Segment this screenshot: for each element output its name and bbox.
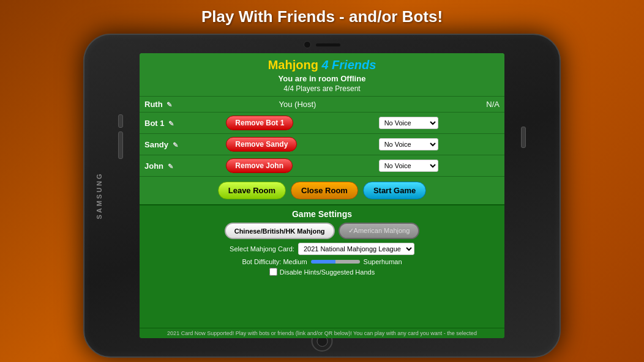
remove-sandy-button[interactable]: Remove Sandy — [226, 137, 297, 152]
action-buttons-row: Leave Room Close Room Start Game — [140, 177, 504, 204]
left-side-buttons — [118, 114, 123, 159]
edit-icon-sandy[interactable]: ✎ — [173, 141, 178, 149]
close-room-button[interactable]: Close Room — [291, 182, 358, 199]
power-button[interactable] — [521, 127, 526, 148]
right-side-buttons — [521, 127, 526, 148]
table-row: Bot 1 ✎ Remove Bot 1 No Voice Male Voice… — [140, 113, 504, 134]
bottom-note-text: 2021 Card Now Supported! Play with bots … — [143, 330, 501, 336]
difficulty-slider[interactable] — [311, 260, 360, 264]
players-table: Ruth ✎ You (Host) N/A Bot 1 ✎ Remove Bot… — [140, 97, 504, 177]
table-row: Ruth ✎ You (Host) N/A — [140, 97, 504, 113]
voice-select-bot1[interactable]: No Voice Male Voice Female Voice — [379, 117, 438, 129]
earpiece-speaker — [316, 43, 340, 46]
difficulty-label: Bot Difficulty: Medium — [242, 258, 307, 265]
edit-icon-john[interactable]: ✎ — [168, 163, 173, 171]
chinese-mahjong-button[interactable]: Chinese/British/HK Mahjong — [225, 223, 335, 239]
front-camera — [304, 41, 311, 48]
settings-title: Game Settings — [146, 209, 498, 219]
volume-down-button[interactable] — [118, 131, 123, 159]
phone-screen: Mahjong 4 Friends You are in room Offlin… — [140, 53, 504, 338]
players-info: 4/4 Players are Present — [143, 84, 501, 93]
player-voice-john: No Voice Male Voice Female Voice — [374, 155, 504, 177]
hints-checkbox[interactable] — [269, 268, 277, 276]
hints-row: Disable Hints/Suggested Hands — [146, 268, 498, 276]
edit-icon-bot1[interactable]: ✎ — [168, 120, 174, 128]
player-voice-bot1: No Voice Male Voice Female Voice — [374, 113, 504, 134]
volume-up-button[interactable] — [118, 114, 123, 128]
app-title-row: Mahjong 4 Friends — [143, 58, 501, 72]
app-title-main: Mahjong — [268, 58, 318, 72]
voice-select-sandy[interactable]: No Voice Male Voice Female Voice — [379, 138, 438, 150]
app-header: Mahjong 4 Friends You are in room Offlin… — [140, 53, 504, 97]
table-row: Sandy ✎ Remove Sandy No Voice Male Voice… — [140, 134, 504, 155]
mahjong-type-buttons: Chinese/British/HK Mahjong ✓American Mah… — [146, 223, 498, 239]
difficulty-row: Bot Difficulty: Medium Superhuman — [146, 258, 498, 265]
edit-icon-ruth[interactable]: ✎ — [167, 101, 172, 109]
game-settings-panel: Game Settings Chinese/British/HK Mahjong… — [140, 204, 504, 328]
player-name-bot1: Bot 1 ✎ — [140, 113, 221, 134]
player-name-john: John ✎ — [140, 155, 221, 177]
player-role-ruth: You (Host) — [221, 97, 373, 113]
table-row: John ✎ Remove John No Voice Male Voice F… — [140, 155, 504, 177]
player-name-ruth: Ruth ✎ — [140, 97, 221, 113]
samsung-brand: SAMSUNG — [95, 172, 103, 219]
phone-top-camera-area — [304, 41, 340, 48]
player-name-sandy: Sandy ✎ — [140, 134, 221, 155]
card-select-dropdown[interactable]: 2021 National Mahjongg League 2022 Natio… — [298, 243, 414, 255]
start-game-button[interactable]: Start Game — [363, 182, 426, 199]
card-select-label: Select Mahjong Card: — [230, 245, 294, 253]
player-action-sandy: Remove Sandy — [221, 134, 373, 155]
app-title-friends: 4 Friends — [318, 58, 376, 72]
phone-container: SAMSUNG Mahjong 4 Friends You ar — [83, 34, 561, 358]
card-select-row: Select Mahjong Card: 2021 National Mahjo… — [146, 243, 498, 255]
player-action-bot1: Remove Bot 1 — [221, 113, 373, 134]
player-extra-ruth: N/A — [374, 97, 504, 113]
hints-label: Disable Hints/Suggested Hands — [280, 268, 375, 276]
american-mahjong-button[interactable]: ✓American Mahjong — [339, 223, 420, 239]
bottom-note-bar: 2021 Card Now Supported! Play with bots … — [140, 328, 504, 338]
player-action-john: Remove John — [221, 155, 373, 177]
difficulty-end-label: Superhuman — [364, 258, 402, 265]
phone-shell: SAMSUNG Mahjong 4 Friends You ar — [83, 34, 561, 358]
page-title: Play With Friends - and/or Bots! — [201, 0, 443, 31]
voice-select-john[interactable]: No Voice Male Voice Female Voice — [379, 160, 438, 172]
room-info: You are in room Offline — [143, 74, 501, 83]
remove-bot1-button[interactable]: Remove Bot 1 — [226, 116, 293, 130]
leave-room-button[interactable]: Leave Room — [218, 182, 286, 199]
player-voice-sandy: No Voice Male Voice Female Voice — [374, 134, 504, 155]
remove-john-button[interactable]: Remove John — [226, 158, 293, 173]
